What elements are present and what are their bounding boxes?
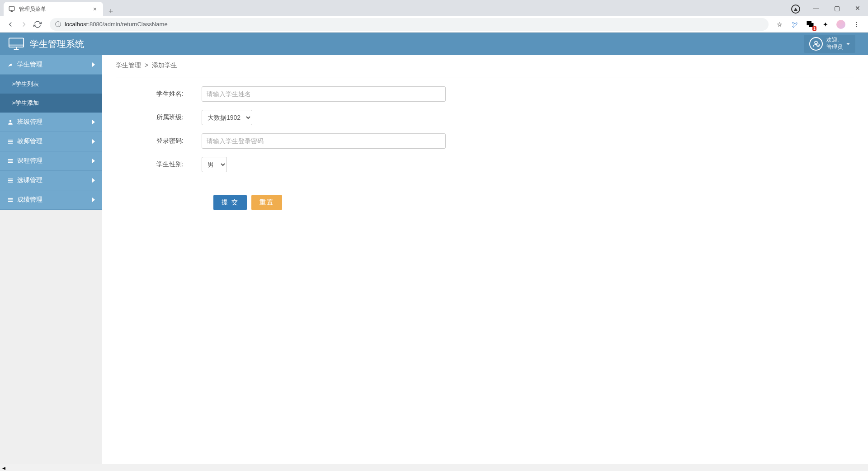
svg-rect-13 [8,140,13,141]
sidebar-item-label: 选课管理 [17,176,42,184]
horizontal-scrollbar[interactable]: ◂ [0,464,868,471]
password-label: 登录密码: [156,137,202,145]
svg-rect-18 [8,162,13,163]
list-icon [7,197,14,203]
student-name-input[interactable] [202,86,446,102]
monitor-icon [8,37,24,51]
content: 学生管理 > 添加学生 学生姓名: 所属班级: 大数据1902 登录密码: 学生… [102,55,868,471]
chevron-right-icon [92,159,95,163]
url-path: /admin/returnClassName [103,21,168,28]
chevron-right-icon [92,178,95,183]
breadcrumb-sep: > [145,61,148,69]
user-menu[interactable]: 欢迎, 管理员 [804,35,855,52]
star-icon[interactable]: ☆ [774,19,785,30]
svg-rect-14 [8,141,13,142]
gender-select[interactable]: 男 [202,157,227,172]
user-info: 欢迎, 管理员 [826,37,843,51]
sidebar-subitem-student-list[interactable]: >学生列表 [0,75,102,94]
bird-icon[interactable]: 🕊 [789,19,800,30]
badge: 1 [812,26,816,31]
app-logo: 学生管理系统 [8,37,84,51]
reset-button[interactable]: 重置 [251,195,282,210]
welcome-text: 欢迎, [826,37,843,44]
sidebar-subitem-student-add[interactable]: >学生添加 [0,94,102,113]
sidebar-subitem-label: >学生列表 [12,80,39,87]
list-icon [7,177,14,184]
browser-toolbar: ⓘ localhost:8080/admin/returnClassName ☆… [0,16,868,33]
close-button[interactable]: ✕ [847,0,868,16]
address-bar[interactable]: ⓘ localhost:8080/admin/returnClassName [50,18,769,31]
sidebar: 学生管理 >学生列表 >学生添加 班级管理 教师管理 课程管理 选课管理 [0,55,102,471]
profile-icon[interactable] [835,19,846,30]
tab-title: 管理员菜单 [19,5,91,13]
monitor-icon [8,5,15,13]
compass-icon[interactable] [790,4,801,14]
sidebar-item-enroll[interactable]: 选课管理 [0,171,102,190]
sidebar-item-grade[interactable]: 成绩管理 [0,190,102,210]
chevron-right-icon [92,198,95,202]
reload-button[interactable] [31,18,44,31]
breadcrumb-part: 添加学生 [152,61,177,69]
leaf-icon [7,61,14,68]
chevron-down-icon [846,43,850,45]
new-tab-button[interactable]: + [103,7,119,16]
svg-rect-23 [8,199,13,200]
browser-tab[interactable]: 管理员菜单 × [4,2,103,16]
scroll-left-button[interactable]: ◂ [0,464,7,471]
svg-rect-21 [8,182,13,183]
svg-rect-16 [8,159,13,160]
sidebar-item-label: 班级管理 [17,118,42,126]
sidebar-item-label: 教师管理 [17,137,42,146]
sidebar-subitem-label: >学生添加 [12,99,39,106]
sidebar-item-label: 课程管理 [17,157,42,165]
maximize-button[interactable]: ▢ [826,0,847,16]
chat-icon[interactable]: 1 [805,19,816,30]
svg-point-9 [815,41,817,44]
password-input[interactable] [202,133,446,149]
app-title: 学生管理系统 [30,38,84,50]
svg-rect-19 [8,179,13,179]
class-select[interactable]: 大数据1902 [202,110,252,125]
puzzle-icon[interactable]: ✦ [820,19,831,30]
sidebar-item-label: 成绩管理 [17,196,42,204]
browser-tab-bar: 管理员菜单 × + — ▢ ✕ [0,0,868,16]
submit-button[interactable]: 提 交 [213,195,247,210]
forward-button[interactable] [17,18,31,31]
svg-point-12 [9,120,12,122]
chevron-right-icon [92,62,95,67]
minimize-button[interactable]: — [806,0,826,16]
svg-rect-17 [8,160,13,161]
svg-rect-22 [8,198,13,199]
app-header: 学生管理系统 欢迎, 管理员 [0,33,868,55]
svg-rect-5 [9,38,24,47]
avatar-icon [809,37,823,51]
user-icon [7,119,14,125]
sidebar-item-student[interactable]: 学生管理 [0,55,102,75]
add-student-form: 学生姓名: 所属班级: 大数据1902 登录密码: 学生性别: 男 提 交 [116,86,854,210]
user-name: 管理员 [826,44,843,51]
gender-label: 学生性别: [156,160,202,169]
chevron-right-icon [92,139,95,144]
svg-rect-15 [8,143,13,144]
sidebar-item-teacher[interactable]: 教师管理 [0,132,102,151]
class-label: 所属班级: [156,113,202,122]
sidebar-item-label: 学生管理 [17,61,42,69]
list-icon [7,138,14,145]
list-icon [7,158,14,164]
student-name-label: 学生姓名: [156,90,202,98]
window-controls: — ▢ ✕ [790,0,868,16]
url-port: :8080 [88,21,103,28]
sidebar-item-course[interactable]: 课程管理 [0,151,102,171]
breadcrumb: 学生管理 > 添加学生 [116,61,854,77]
menu-icon[interactable]: ⋮ [851,19,862,30]
sidebar-item-class[interactable]: 班级管理 [0,113,102,132]
close-icon[interactable]: × [91,5,99,13]
svg-point-10 [817,44,820,47]
breadcrumb-part: 学生管理 [116,61,141,69]
chevron-right-icon [92,120,95,124]
info-icon: ⓘ [55,20,61,28]
svg-rect-0 [9,7,14,10]
url-host: localhost [65,21,88,28]
svg-rect-24 [8,201,13,202]
back-button[interactable] [4,18,17,31]
